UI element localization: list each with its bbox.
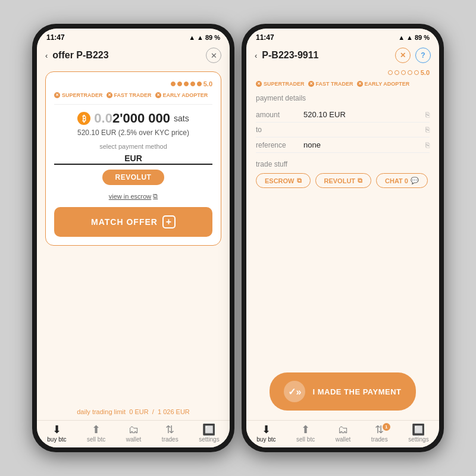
p2-badge-dot-3: ✕	[357, 81, 363, 87]
p2-content: 5.0 ✕ SUPERTRADER ✕ FAST TRADER ✕ EARLY …	[246, 67, 439, 220]
star-2	[177, 82, 182, 86]
nav-title-1: offer P-B223	[52, 50, 108, 61]
btc-number: 0.02'000 000	[94, 111, 170, 126]
badge-dot-3: ✕	[155, 92, 161, 98]
escrow-link[interactable]: view in escrow ⧉	[54, 192, 212, 200]
copy-amount-icon[interactable]: ⎘	[425, 111, 430, 119]
trade-actions: ESCROW ⧉ REVOLUT ⧉ CHAT 0 💬	[256, 173, 430, 188]
tab-buy-btc-1[interactable]: ⬇ buy btc	[47, 424, 66, 443]
escrow-button[interactable]: ESCROW ⧉	[256, 173, 311, 188]
tab-label-buy-1: buy btc	[47, 436, 66, 443]
tab-icon-wallet-2: 🗂	[338, 424, 349, 435]
offer-card: 5.0 ✕ SUPERTRADER ✕ FAST TRADER	[45, 71, 221, 246]
trade-stuff-label: trade stuff	[256, 160, 430, 168]
star-score-1: 5.0	[203, 80, 212, 87]
badges-row-1: ✕ SUPERTRADER ✕ FAST TRADER ✕ EARLY ADOP…	[54, 92, 212, 98]
star-5	[197, 82, 202, 86]
copy-reference-icon[interactable]: ⎘	[425, 141, 430, 149]
payment-made-label: I MADE THE PAYMENT	[312, 387, 401, 396]
to-row: to ⎘	[256, 123, 430, 137]
tab-buy-btc-2[interactable]: ⬇ buy btc	[256, 424, 275, 443]
tab-label-sell-1: sell btc	[87, 436, 105, 443]
close-button-2[interactable]: ✕	[395, 48, 411, 63]
close-button-1[interactable]: ✕	[206, 48, 221, 63]
badge-supertrader-1: ✕ SUPERTRADER	[54, 92, 103, 98]
btc-full: 2'000 000	[112, 111, 170, 126]
chat-icon: 💬	[411, 177, 419, 184]
tab-trades-1[interactable]: ⇅ trades	[162, 424, 178, 443]
tab-settings-2[interactable]: 🔲 settings	[408, 424, 428, 443]
tab-icon-sell-1: ⬆	[92, 424, 101, 435]
divider-1	[54, 104, 212, 105]
daily-limit: daily trading limit 0 EUR / 1 026 EUR	[37, 403, 230, 420]
help-button-2[interactable]: ?	[415, 48, 431, 63]
back-arrow-1: ‹	[45, 51, 48, 60]
phone-2: 11:47 ▲ ▲ 89 % ‹ P-B223-9911 ✕ ?	[242, 24, 444, 452]
nav-bar-1: ‹ offer P-B223 ✕	[37, 44, 230, 67]
star-3	[184, 82, 189, 86]
to-key: to	[256, 126, 303, 134]
reference-row: reference none ⎘	[256, 137, 430, 153]
nav-title-2: P-B223-9911	[262, 50, 318, 61]
amount-value: 520.10 EUR	[303, 110, 423, 119]
p2-badge-supertrader: ✕ SUPERTRADER	[256, 81, 305, 87]
tab-wallet-2[interactable]: 🗂 wallet	[336, 424, 351, 443]
back-button-1[interactable]: ‹ offer P-B223	[45, 50, 109, 61]
tab-label-wallet-2: wallet	[336, 436, 351, 443]
nav-actions-2: ✕ ?	[395, 48, 431, 63]
p2-badges: ✕ SUPERTRADER ✕ FAST TRADER ✕ EARLY ADOP…	[256, 81, 430, 87]
revolut-button-2[interactable]: REVOLUT ⧉	[315, 173, 372, 188]
phone-1: 11:47 ▲ ▲ 89 % ‹ offer P-B223 ✕	[32, 24, 234, 452]
tab-wallet-1[interactable]: 🗂 wallet	[126, 424, 142, 443]
back-button-2[interactable]: ‹ P-B223-9911	[255, 50, 319, 61]
tab-icon-settings-2: 🔲	[412, 424, 425, 435]
close-icon-1: ✕	[211, 51, 217, 60]
p2-badge-earlyadopter: ✕ EARLY ADOPTER	[357, 81, 410, 87]
nav-bar-2: ‹ P-B223-9911 ✕ ?	[246, 44, 439, 67]
p2-star-2	[394, 70, 399, 75]
copy-to-icon[interactable]: ⎘	[425, 126, 430, 134]
tab-icon-wallet-1: 🗂	[129, 424, 139, 435]
star-4	[190, 82, 195, 86]
p2-star-1	[388, 70, 393, 75]
payment-check-icon: ✓»	[284, 381, 305, 402]
tab-label-sell-2: sell btc	[296, 436, 315, 443]
chat-button[interactable]: CHAT 0 💬	[376, 173, 428, 188]
tab-sell-btc-1[interactable]: ⬆ sell btc	[87, 424, 105, 443]
tab-label-trades-1: trades	[162, 436, 178, 443]
tab-label-wallet-1: wallet	[126, 436, 142, 443]
time-2: 11:47	[256, 33, 274, 42]
btc-amount: ₿ 0.02'000 000 sats	[54, 111, 212, 126]
tab-icon-settings-1: 🔲	[202, 424, 215, 435]
match-offer-label: MATCH OFFER	[91, 217, 158, 227]
status-icons-2: ▲ ▲ 89 %	[398, 34, 430, 41]
tab-icon-sell-2: ⬆	[301, 424, 310, 435]
select-payment-label: select payment method	[54, 143, 212, 150]
revolut-pill[interactable]: REVOLUT	[102, 170, 165, 185]
reference-key: reference	[256, 141, 303, 149]
btc-dim: 0.0	[94, 111, 112, 126]
screen-content-1: 5.0 ✕ SUPERTRADER ✕ FAST TRADER	[37, 67, 230, 403]
time-1: 11:47	[46, 33, 65, 42]
tab-sell-btc-2[interactable]: ⬆ sell btc	[296, 424, 315, 443]
tab-label-settings-1: settings	[199, 436, 219, 443]
bottom-bar-2: ⬇ buy btc ⬆ sell btc 🗂 wallet ⇅ 1 trades	[246, 420, 439, 447]
p2-star-score: 5.0	[421, 69, 430, 76]
wifi-icon: ▲	[189, 34, 195, 41]
tab-label-trades-2: trades	[371, 436, 388, 443]
match-offer-button[interactable]: MATCH OFFER +	[54, 207, 212, 237]
tab-label-buy-2: buy btc	[256, 436, 275, 443]
btc-sats: sats	[174, 114, 189, 123]
p2-star-3	[401, 70, 406, 75]
badge-earlyadopter-1: ✕ EARLY ADOPTER	[155, 92, 208, 98]
p2-star-5	[414, 70, 419, 75]
tab-trades-2[interactable]: ⇅ 1 trades	[371, 424, 388, 443]
stars-row-1: 5.0	[54, 80, 212, 87]
p2-stars: 5.0	[256, 69, 430, 76]
phone-2-screen: 11:47 ▲ ▲ 89 % ‹ P-B223-9911 ✕ ?	[246, 29, 439, 447]
payment-btn-container: ✓» I MADE THE PAYMENT	[246, 372, 439, 420]
payment-made-button[interactable]: ✓» I MADE THE PAYMENT	[270, 372, 415, 411]
payment-method: EUR	[54, 154, 212, 165]
tab-settings-1[interactable]: 🔲 settings	[199, 424, 219, 443]
tab-icon-trades-1: ⇅	[165, 424, 174, 435]
